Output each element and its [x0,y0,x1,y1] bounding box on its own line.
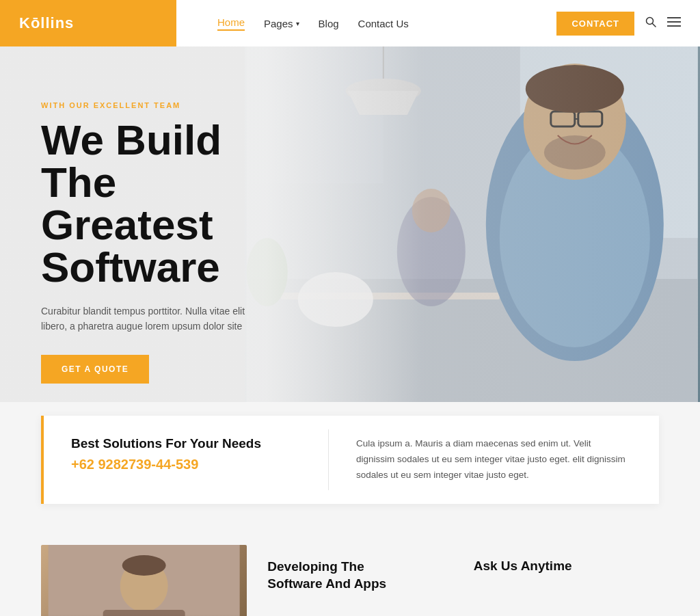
card-3-title: Ask Us Anytime [474,559,638,574]
solutions-title: Best Solutions For Your Needs [71,436,301,451]
logo: Kōllins [19,14,74,32]
hero-content: WITH OUR EXCELLENT TEAM We Build The Gre… [41,101,260,384]
bottom-section: Developing The Software And Apps Ask Us … [0,518,700,616]
info-phone[interactable]: +62 9282739-44-539 [71,457,301,472]
hero-subtext: Curabitur blandit tempus porttitor. Null… [41,304,260,334]
nav-blog[interactable]: Blog [319,18,339,29]
hero-section: WITH OUR EXCELLENT TEAM We Build The Gre… [0,46,700,402]
hamburger-icon[interactable] [667,17,681,29]
search-icon[interactable] [645,16,656,30]
header: Kōllins Home Pages ▾ Blog Contact Us CON… [0,0,700,46]
bottom-card-1-image [41,545,247,616]
chevron-down-icon: ▾ [296,20,299,27]
get-quote-button[interactable]: GET A QUOTE [41,355,149,384]
info-band-right: Cula ipsum a. Mauris a diam maecenas sed… [329,416,659,504]
hero-headline: We Build The Greatest Software [41,119,260,289]
info-band-inner: Best Solutions For Your Needs +62 928273… [41,416,659,504]
card-2-title: Developing The Software And Apps [267,559,432,592]
hero-eyebrow: WITH OUR EXCELLENT TEAM [41,101,260,109]
main-nav: Home Pages ▾ Blog Contact Us [176,16,556,31]
info-band: Best Solutions For Your Needs +62 928273… [0,402,700,518]
info-band-left: Best Solutions For Your Needs +62 928273… [41,416,328,504]
logo-area: Kōllins [0,0,176,46]
svg-rect-26 [103,610,185,616]
bottom-card-2: Developing The Software And Apps [247,545,453,616]
contact-button[interactable]: CONTACT [556,12,634,36]
bottom-card-3: Ask Us Anytime [453,545,659,616]
nav-pages[interactable]: Pages ▾ [264,18,299,29]
svg-point-27 [122,555,166,576]
svg-line-1 [653,24,656,27]
info-description: Cula ipsum a. Mauris a diam maecenas sed… [356,436,632,483]
nav-home[interactable]: Home [217,16,245,31]
header-actions: CONTACT [556,12,700,36]
nav-contact-us[interactable]: Contact Us [358,18,409,29]
card-1-photo [41,545,247,616]
